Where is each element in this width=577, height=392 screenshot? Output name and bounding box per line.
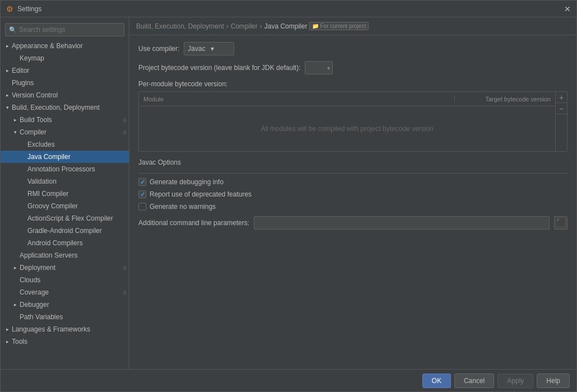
sidebar-item-path-variables[interactable]: Path Variables (1, 311, 129, 323)
cmd-browse-button[interactable]: ⬛ (554, 216, 567, 230)
main-panel: Build, Execution, Deployment › Compiler … (129, 17, 576, 369)
settings-window: ⚙ Settings ✕ 🔍 ▸Appearance & Behavior Ke… (0, 0, 577, 392)
sidebar-item-build-tools[interactable]: ▸Build Tools⎘ (1, 114, 129, 126)
sidebar-item-label: Build, Execution, Deployment (12, 104, 100, 111)
sidebar-item-label: ActionScript & Flex Compiler (27, 214, 113, 222)
sidebar-item-validation[interactable]: Validation (1, 175, 129, 188)
per-module-label: Per-module bytecode version: (138, 80, 567, 88)
breadcrumb: Build, Execution, Deployment › Compiler … (129, 17, 576, 35)
sidebar-item-clouds[interactable]: Clouds (1, 274, 129, 286)
sidebar-item-deployment[interactable]: ▸Deployment⎘ (1, 262, 129, 274)
project-badge-label: For current project (320, 23, 366, 29)
sidebar-item-annotation-processors[interactable]: Annotation Processors (1, 163, 129, 175)
sidebar-item-application-servers[interactable]: Application Servers (1, 249, 129, 262)
sidebar-item-label: Excludes (27, 141, 55, 148)
window-title: Settings (17, 5, 563, 13)
expand-icon: ▸ (4, 326, 11, 333)
close-button[interactable]: ✕ (563, 4, 572, 13)
checkbox-label-no-warnings: Generate no warnings (150, 203, 216, 211)
help-button[interactable]: Help (537, 374, 570, 388)
sidebar-item-android-compilers[interactable]: Android Compilers (1, 237, 129, 249)
sidebar-item-java-compiler[interactable]: Java Compiler (1, 151, 129, 163)
project-icon: 📁 (312, 23, 319, 29)
sidebar-item-languages-frameworks[interactable]: ▸Languages & Frameworks (1, 323, 129, 335)
sidebar-item-gradle-android[interactable]: Gradle-Android Compiler (1, 225, 129, 237)
app-icon: ⚙ (5, 4, 14, 13)
sidebar-item-groovy-compiler[interactable]: Groovy Compiler (1, 200, 129, 212)
browse-icon: ⬛ (556, 218, 566, 227)
search-input[interactable] (19, 26, 120, 34)
sidebar-item-tools[interactable]: ▸Tools (1, 335, 129, 348)
checkbox-label-report-deprecated: Report use of deprecated features (150, 190, 252, 198)
spacer (20, 141, 26, 148)
checkbox-no-warnings[interactable] (138, 203, 146, 211)
spacer (20, 153, 26, 160)
sidebar-item-label: Plugins (12, 79, 34, 87)
spacer (20, 215, 26, 222)
sidebar-item-version-control[interactable]: ▸Version Control (1, 89, 129, 101)
sidebar-item-plugins[interactable]: Plugins (1, 77, 129, 89)
expand-icon: ▸ (4, 338, 11, 345)
expand-icon: ▸ (4, 43, 11, 49)
sidebar-item-build-execution[interactable]: ▾Build, Execution, Deployment (1, 101, 129, 114)
checkbox-report-deprecated[interactable] (138, 190, 146, 198)
spacer (12, 252, 18, 259)
javac-divider (138, 173, 567, 174)
breadcrumb-sep2: › (260, 22, 262, 30)
spacer (20, 190, 26, 197)
copy-icon: ⎘ (123, 129, 127, 136)
sidebar-item-label: Java Compiler (27, 153, 71, 161)
bytecode-dropdown[interactable]: ▾ (305, 61, 333, 74)
sidebar-item-actionscript-flex[interactable]: ActionScript & Flex Compiler (1, 212, 129, 225)
sidebar-item-appearance[interactable]: ▸Appearance & Behavior (1, 40, 129, 52)
sidebar-item-label: Tools (12, 338, 27, 346)
cancel-button[interactable]: Cancel (454, 374, 494, 388)
sidebar-item-label: Deployment (20, 264, 55, 272)
expand-icon: ▸ (12, 116, 18, 123)
use-compiler-label: Use compiler: (138, 45, 179, 53)
use-compiler-dropdown[interactable]: Javac ▾ (184, 42, 234, 55)
table-remove-button[interactable]: − (556, 103, 567, 114)
sidebar-item-debugger[interactable]: ▸Debugger (1, 298, 129, 311)
cmd-input[interactable] (254, 216, 550, 230)
sidebar-item-label: Version Control (12, 91, 58, 99)
cmd-row: Additional command line parameters: ⬛ (138, 216, 567, 230)
spacer (4, 80, 11, 86)
sidebar-item-label: Coverage (20, 288, 49, 296)
checkbox-row-no-warnings: Generate no warnings (138, 203, 567, 211)
bytecode-label: Project bytecode version (leave blank fo… (138, 64, 300, 72)
sidebar-item-label: Path Variables (20, 313, 63, 321)
expand-icon: ▸ (12, 301, 18, 308)
copy-icon: ⎘ (123, 265, 127, 271)
checkbox-label-generate-debug: Generate debugging info (150, 178, 224, 186)
sidebar-item-excludes[interactable]: Excludes (1, 138, 129, 151)
ok-button[interactable]: OK (422, 374, 451, 388)
sidebar-item-rmi-compiler[interactable]: RMI Compiler (1, 188, 129, 200)
table-add-button[interactable]: + (556, 92, 567, 103)
copy-icon: ⎘ (123, 117, 127, 123)
breadcrumb-part3: Java Compiler (264, 22, 308, 30)
spacer (20, 227, 26, 234)
sidebar-tree: ▸Appearance & Behavior Keymap▸Editor Plu… (1, 40, 129, 348)
table-body: All modules will be compiled with projec… (139, 106, 555, 151)
sidebar-item-coverage[interactable]: Coverage⎘ (1, 286, 129, 298)
expand-icon: ▾ (4, 104, 11, 111)
search-icon: 🔍 (9, 26, 17, 34)
table-header: Module Target bytecode version (139, 92, 555, 106)
sidebar-item-keymap[interactable]: Keymap (1, 52, 129, 64)
footer: OK Cancel Apply Help (1, 369, 576, 391)
sidebar-item-editor[interactable]: ▸Editor (1, 64, 129, 77)
javac-section-title: Javac Options (138, 158, 567, 169)
expand-icon: ▸ (12, 264, 18, 271)
breadcrumb-part1: Build, Execution, Deployment (136, 22, 224, 30)
spacer (12, 314, 18, 320)
use-compiler-row: Use compiler: Javac ▾ (138, 42, 567, 55)
expand-icon: ▸ (4, 67, 11, 74)
spacer (20, 203, 26, 209)
search-box[interactable]: 🔍 (5, 23, 124, 36)
settings-content: Use compiler: Javac ▾ Project bytecode v… (129, 35, 576, 369)
apply-button[interactable]: Apply (497, 374, 533, 388)
cmd-label: Additional command line parameters: (138, 219, 249, 227)
checkbox-generate-debug[interactable] (138, 178, 146, 186)
sidebar-item-compiler[interactable]: ▾Compiler⎘ (1, 126, 129, 138)
